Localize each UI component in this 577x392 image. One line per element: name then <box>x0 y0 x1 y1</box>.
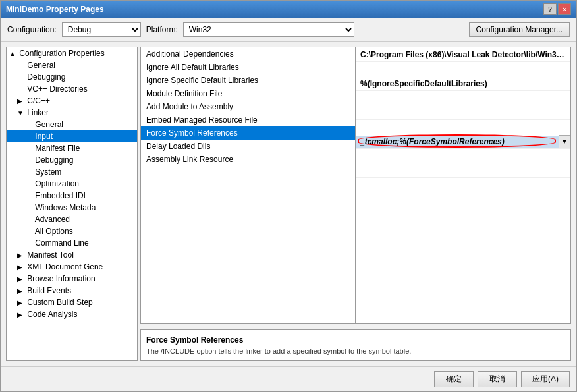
val-row-additional-deps: C:\Program Files (x86)\Visual Leak Detec… <box>356 47 570 62</box>
tree-item-linker[interactable]: ▼ Linker <box>7 107 137 119</box>
tree-item-code-analysis[interactable]: ▶ Code Analysis <box>7 308 137 320</box>
tree-label: Build Events <box>27 286 71 295</box>
prop-module-def[interactable]: Module Definition File <box>141 87 355 100</box>
tree-label: Embedded IDL <box>35 191 88 200</box>
window-title: MiniDemo Property Pages <box>6 5 104 14</box>
tree-item-manifest-file[interactable]: Manifest File <box>7 142 137 154</box>
tree-item-linker-general[interactable]: General <box>7 119 137 130</box>
bottom-bar: 确定 取消 应用(A) <box>1 366 576 391</box>
tree-label: Linker <box>27 108 49 117</box>
platform-label: Platform: <box>146 25 178 34</box>
expand-icon-config: ▲ <box>9 50 17 57</box>
tree-item-linker-debug[interactable]: Debugging <box>7 154 137 166</box>
tree-item-build-events[interactable]: ▶ Build Events <box>7 285 137 296</box>
description-title: Force Symbol References <box>146 335 565 345</box>
tree-item-all-options[interactable]: All Options <box>7 225 137 237</box>
tree-label: Browse Information <box>27 274 95 283</box>
config-label: Configuration: <box>7 25 57 34</box>
prop-add-module[interactable]: Add Module to Assembly <box>141 100 355 113</box>
prop-force-symbol[interactable]: Force Symbol References <box>141 126 355 140</box>
val-assembly-link <box>356 169 570 172</box>
tree-panel: ▲ Configuration Properties General Debug… <box>6 47 138 361</box>
tree-label: General <box>35 120 63 129</box>
tree-item-advanced[interactable]: Advanced <box>7 213 137 225</box>
val-row-module-def <box>356 91 570 105</box>
tree-item-config-props[interactable]: ▲ Configuration Properties <box>7 47 137 59</box>
prop-assembly-link[interactable]: Assembly Link Resource <box>141 153 355 166</box>
prop-delay-loaded[interactable]: Delay Loaded Dlls <box>141 140 355 153</box>
val-force-symbol[interactable]: _tcmalloc;%(ForceSymbolReferences) <box>356 136 559 148</box>
tree-label: VC++ Directories <box>27 84 87 94</box>
title-bar-buttons: ? ✕ <box>543 3 571 15</box>
val-delay-loaded <box>356 155 570 157</box>
tree-item-optimization[interactable]: Optimization <box>7 178 137 190</box>
prop-embed-managed[interactable]: Embed Managed Resource File <box>141 113 355 126</box>
tree-label: Command Line <box>35 238 88 248</box>
platform-select[interactable]: Win32 <box>183 22 354 37</box>
main-content: ▲ Configuration Properties General Debug… <box>1 42 576 366</box>
expand-icon: ▶ <box>17 98 25 105</box>
confirm-button[interactable]: 确定 <box>434 371 474 387</box>
tree-label: Configuration Properties <box>19 49 104 58</box>
expand-icon: ▶ <box>17 299 25 306</box>
tree-item-debugging[interactable]: Debugging <box>7 71 137 83</box>
tree-item-system[interactable]: System <box>7 166 137 178</box>
tree-item-xml-doc[interactable]: ▶ XML Document Gene <box>7 261 137 273</box>
tree-item-vcpp[interactable]: VC++ Directories <box>7 83 137 95</box>
title-bar: MiniDemo Property Pages ? ✕ <box>1 1 576 18</box>
val-row-add-module <box>356 105 570 120</box>
apply-button[interactable]: 应用(A) <box>521 371 570 387</box>
val-row-force-symbol: _tcmalloc;%(ForceSymbolReferences) ▼ <box>356 134 570 149</box>
val-ignore-specific: %(IgnoreSpecificDefaultLibraries) <box>356 78 570 90</box>
val-row-embed-managed <box>356 120 570 134</box>
tree-label: General <box>27 61 55 70</box>
expand-icon: ▶ <box>17 311 25 318</box>
tree-label: Optimization <box>35 179 79 188</box>
force-symbol-dropdown[interactable]: ▼ <box>559 135 570 148</box>
help-button[interactable]: ? <box>543 3 557 15</box>
config-bar: Configuration: Debug Platform: Win32 Con… <box>1 18 576 42</box>
expand-icon: ▶ <box>17 252 25 259</box>
cancel-button[interactable]: 取消 <box>478 371 517 387</box>
tree-label: C/C++ <box>27 96 50 105</box>
tree-item-general[interactable]: General <box>7 59 137 71</box>
expand-icon: ▼ <box>17 109 25 117</box>
config-select[interactable]: Debug <box>62 22 141 37</box>
config-manager-button[interactable]: Configuration Manager... <box>469 22 570 37</box>
tree-label: Advanced <box>35 215 70 224</box>
tree-label: Debugging <box>27 72 65 82</box>
tree-label: Manifest File <box>35 144 80 153</box>
main-window: MiniDemo Property Pages ? ✕ Configuratio… <box>0 0 577 392</box>
val-embed-managed <box>356 126 570 128</box>
prop-additional-deps[interactable]: Additional Dependencies <box>141 47 355 61</box>
tree-label: Custom Build Step <box>27 298 92 307</box>
description-panel: Force Symbol References The /INCLUDE opt… <box>140 329 571 361</box>
prop-ignore-specific[interactable]: Ignore Specific Default Libraries <box>141 74 355 87</box>
tree-item-linker-input[interactable]: Input <box>7 130 137 142</box>
val-row-assembly-link <box>356 163 570 178</box>
tree-label: Debugging <box>35 155 73 165</box>
val-ignore-all <box>356 68 570 70</box>
tree-label: Windows Metada <box>35 203 96 212</box>
tree-item-cpp[interactable]: ▶ C/C++ <box>7 95 137 107</box>
tree-label: Manifest Tool <box>27 250 73 260</box>
tree-label: All Options <box>35 227 73 236</box>
tree-item-manifest-tool[interactable]: ▶ Manifest Tool <box>7 249 137 261</box>
close-button[interactable]: ✕ <box>558 3 571 15</box>
prop-ignore-all[interactable]: Ignore All Default Libraries <box>141 61 355 74</box>
tree-label: System <box>35 167 61 177</box>
tree-item-custom-build[interactable]: ▶ Custom Build Step <box>7 296 137 308</box>
props-panel: Additional Dependencies Ignore All Defau… <box>140 47 356 324</box>
tree-item-embedded-idl[interactable]: Embedded IDL <box>7 190 137 202</box>
tree-label: Input <box>35 132 53 141</box>
description-text: The /INCLUDE option tells the linker to … <box>146 347 565 355</box>
val-additional-deps: C:\Program Files (x86)\Visual Leak Detec… <box>356 49 570 61</box>
expand-icon: ▶ <box>17 275 25 283</box>
val-row-ignore-all <box>356 62 570 76</box>
val-module-def <box>356 97 570 99</box>
tree-label: XML Document Gene <box>27 262 103 271</box>
tree-item-browse[interactable]: ▶ Browse Information <box>7 273 137 285</box>
tree-item-command-line[interactable]: Command Line <box>7 237 137 249</box>
tree-label: Code Analysis <box>27 310 77 319</box>
tree-item-winmeta[interactable]: Windows Metada <box>7 202 137 213</box>
